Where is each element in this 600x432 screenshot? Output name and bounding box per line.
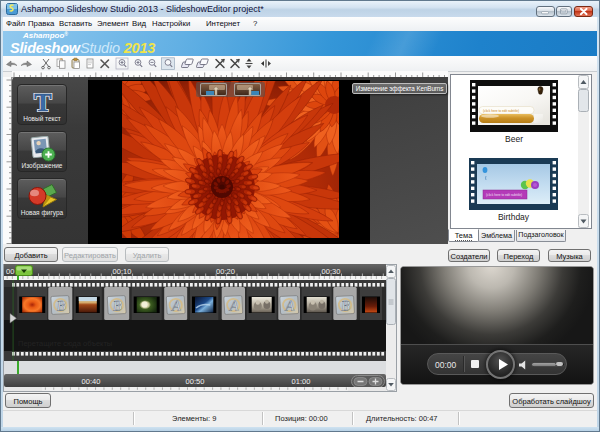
svg-text:A: A <box>228 297 239 314</box>
svg-text:00:20: 00:20 <box>216 267 235 276</box>
svg-text:B: B <box>112 297 122 313</box>
svg-text:00: 00 <box>6 267 14 276</box>
svg-text:T: T <box>34 88 51 116</box>
svg-text:00:50: 00:50 <box>186 377 205 386</box>
svg-text:00:40: 00:40 <box>82 377 101 386</box>
svg-text:(click here to edit subtitle): (click here to edit subtitle) <box>483 109 519 113</box>
svg-text:B: B <box>341 297 351 313</box>
svg-text:A: A <box>284 297 295 314</box>
svg-text:B: B <box>56 297 66 313</box>
svg-text:(click here to edit subtitle): (click here to edit subtitle) <box>486 193 522 197</box>
svg-text:A: A <box>170 297 181 314</box>
svg-text:Перетащите сюда объекты: Перетащите сюда объекты <box>18 339 112 348</box>
svg-text:01:00: 01:00 <box>292 377 311 386</box>
